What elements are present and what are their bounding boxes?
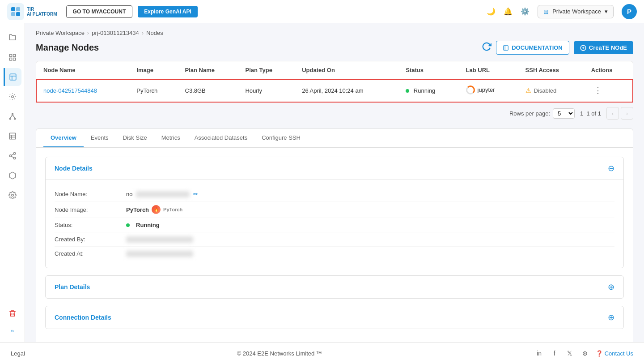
- documentation-button[interactable]: DOCUMENTATION: [496, 41, 569, 55]
- tab-metrics[interactable]: Metrics: [154, 129, 187, 147]
- ssh-label: Disabled: [534, 87, 557, 94]
- ssh-disabled-badge: ⚠ Disabled: [525, 87, 577, 94]
- sidebar-item-delete[interactable]: [4, 304, 21, 322]
- tab-associated-datasets[interactable]: Associated Datasets: [187, 129, 255, 147]
- svg-rect-5: [13, 54, 15, 56]
- created-at-value: [126, 251, 614, 257]
- top-navigation: TIR AI PLATFORM GO TO MYACCOUNT Explore …: [0, 0, 644, 23]
- tab-disk-size[interactable]: Disk Size: [116, 129, 154, 147]
- create-node-button[interactable]: CreaTE NOdE: [574, 41, 633, 54]
- sidebar-item-share[interactable]: [4, 147, 21, 165]
- field-status: Status: Running: [55, 218, 614, 232]
- svg-point-12: [12, 113, 13, 115]
- overview-content: Node Details ⊖ Node Name: no ✏ Node Imag…: [36, 148, 633, 342]
- footer-copyright: © 2024 E2E Networks Limited ™: [25, 350, 534, 357]
- created-by-value: [126, 236, 614, 243]
- breadcrumb-sep2: ›: [142, 30, 144, 36]
- social-links: in f 𝕏 ⊛: [534, 348, 590, 359]
- created-at-blurred: [126, 251, 193, 257]
- plan-details-header[interactable]: Plan Details ⊕: [46, 276, 623, 298]
- legal-link[interactable]: Legal: [11, 350, 25, 357]
- linkedin-icon[interactable]: in: [534, 348, 545, 359]
- col-status: Status: [398, 61, 458, 79]
- myaccount-button[interactable]: GO TO MYACCOUNT: [66, 5, 133, 18]
- sidebar-item-dashboard[interactable]: [4, 48, 21, 66]
- sidebar-item-nodes[interactable]: [4, 68, 21, 86]
- breadcrumb-workspace[interactable]: Private Workspace: [36, 30, 85, 36]
- connection-details-toggle-icon[interactable]: ⊕: [608, 313, 614, 322]
- page-navigation: ‹ ›: [606, 107, 633, 120]
- footer: Legal © 2024 E2E Networks Limited ™ in f…: [0, 342, 644, 364]
- refresh-button[interactable]: [482, 42, 491, 54]
- sidebar-item-table[interactable]: [4, 127, 21, 145]
- svg-line-24: [11, 156, 13, 158]
- jupyter-badge[interactable]: jupyter: [466, 86, 495, 94]
- pytorch-badge: PyTorch 🔥 PyTorch: [126, 205, 182, 214]
- logo: TIR AI PLATFORM: [7, 3, 57, 20]
- sidebar-item-compute[interactable]: [4, 88, 21, 106]
- svg-rect-4: [9, 54, 12, 56]
- create-node-label: CreaTE NOdE: [589, 44, 627, 51]
- workspace-label: Private Workspace: [552, 8, 601, 15]
- user-avatar[interactable]: P: [622, 4, 637, 19]
- notifications-button[interactable]: 🔔: [504, 7, 513, 16]
- col-ssh-access: SSH Access: [518, 61, 584, 79]
- node-name-link[interactable]: node-042517544848: [43, 87, 97, 94]
- plan-name-cell: C3.8GB: [178, 79, 238, 102]
- tab-events[interactable]: Events: [84, 129, 116, 147]
- sidebar-item-files[interactable]: [4, 29, 21, 47]
- field-node-image: Node Image: PyTorch 🔥 PyTorch: [55, 201, 614, 218]
- twitter-icon[interactable]: 𝕏: [564, 348, 575, 359]
- settings-button[interactable]: ⚙️: [521, 7, 530, 16]
- tab-overview[interactable]: Overview: [43, 129, 84, 147]
- node-name-value: no ✏: [126, 191, 614, 197]
- col-node-name: Node Name: [36, 61, 129, 79]
- svg-point-23: [13, 157, 16, 159]
- connection-details-section: Connection Details ⊕: [45, 306, 624, 329]
- svg-rect-0: [11, 7, 15, 11]
- table-row[interactable]: node-042517544848 PyTorch C3.8GB Hourly …: [36, 79, 633, 102]
- rows-per-page-control: Rows per page: 5 10 25: [509, 108, 575, 119]
- sidebar-expand-button[interactable]: »: [4, 324, 21, 337]
- facebook-icon[interactable]: f: [549, 348, 560, 359]
- jupyter-label: jupyter: [478, 86, 495, 93]
- tabs: Overview Events Disk Size Metrics Associ…: [36, 129, 633, 147]
- created-by-blurred: [126, 236, 193, 243]
- next-page-button[interactable]: ›: [621, 107, 633, 120]
- warning-icon: ⚠: [525, 87, 531, 94]
- field-created-at: Created At:: [55, 247, 614, 261]
- logo-text: TIR AI PLATFORM: [27, 7, 57, 17]
- plan-details-toggle-icon[interactable]: ⊕: [608, 282, 614, 292]
- dark-mode-toggle[interactable]: 🌙: [487, 7, 496, 16]
- tab-configure-ssh[interactable]: Configure SSH: [254, 129, 308, 147]
- genai-button[interactable]: Explore GenAI API: [138, 6, 198, 17]
- rss-icon[interactable]: ⊛: [580, 348, 590, 359]
- sidebar-item-network[interactable]: [4, 107, 21, 125]
- col-image: Image: [129, 61, 178, 79]
- node-details-header[interactable]: Node Details ⊖: [46, 157, 623, 180]
- lab-url-cell: jupyter: [459, 79, 518, 102]
- contact-us-link[interactable]: ❓ Contact Us: [596, 350, 633, 357]
- col-plan-name: Plan Name: [178, 61, 238, 79]
- edit-node-name-icon[interactable]: ✏: [193, 191, 198, 197]
- page-info: 1–1 of 1: [580, 110, 601, 117]
- breadcrumb-sep1: ›: [87, 30, 89, 36]
- node-name-label: Node Name:: [55, 191, 126, 197]
- sidebar-item-box[interactable]: [4, 167, 21, 184]
- pytorch-sublabel: PyTorch: [163, 207, 182, 212]
- logo-icon: [7, 3, 24, 20]
- prev-page-button[interactable]: ‹: [606, 107, 619, 120]
- chevron-down-icon: ▾: [605, 8, 608, 15]
- node-image-label: Node Image:: [55, 206, 126, 213]
- breadcrumb-project[interactable]: prj-013011213434: [92, 30, 139, 36]
- workspace-selector[interactable]: ⊞ Private Workspace ▾: [538, 5, 614, 18]
- table-header-row: Node Name Image Plan Name Plan Type Upda…: [36, 61, 633, 79]
- rows-per-page-select[interactable]: 5 10 25: [553, 108, 575, 119]
- svg-point-13: [9, 118, 11, 120]
- row-actions-button[interactable]: ⋮: [591, 85, 605, 96]
- sidebar-item-settings[interactable]: [4, 186, 21, 204]
- node-details-toggle-icon[interactable]: ⊖: [608, 163, 614, 173]
- connection-details-header[interactable]: Connection Details ⊕: [46, 306, 623, 329]
- plan-type-cell: Hourly: [238, 79, 295, 102]
- svg-rect-27: [504, 45, 508, 50]
